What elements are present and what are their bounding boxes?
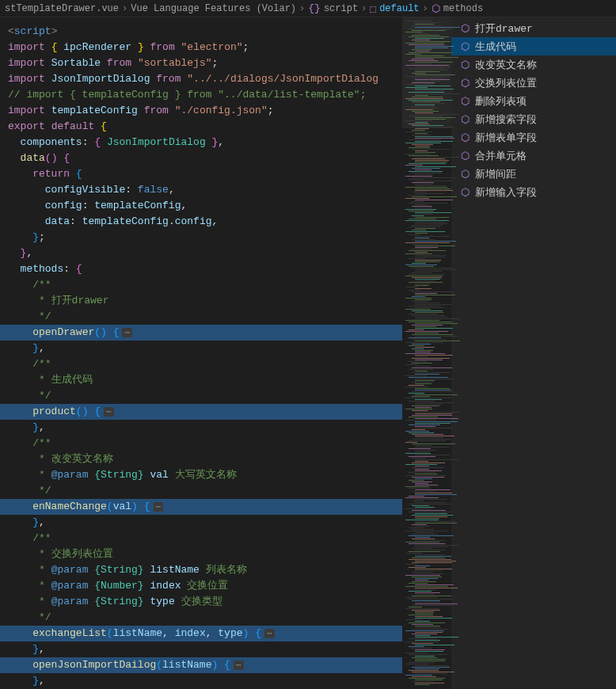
code-line: product() {⋯ [0,404,402,420]
code-line: * @param {String} listName 列表名称 [8,562,397,578]
code-map-item[interactable]: ⬡新增表单字段 [451,128,616,147]
code-line: * @param {String} type 交换类型 [8,594,397,610]
code-line: /** [8,531,397,546]
code-line: data() { [8,150,397,166]
code-line: }, [8,246,397,261]
code-map-item[interactable]: ⬡新增间距 [451,165,616,183]
code-line: }, [8,641,397,657]
code-map-item-label: 改变英文名称 [475,58,537,72]
method-icon: ⬡ [461,150,470,162]
code-map-item[interactable]: ⬡删除列表项 [451,92,616,110]
breadcrumb-item-script[interactable]: script [324,3,358,14]
constant-icon: ⬚ [370,2,376,15]
code-map-item[interactable]: ⬡生成代码 [451,37,616,55]
code-map-item-label: 生成代码 [475,40,516,54]
code-map-item[interactable]: ⬡改变英文名称 [451,55,616,74]
code-map-item-label: 删除列表项 [475,94,527,108]
code-line: // import { templateConfig } from "../da… [8,87,397,103]
code-line: /** [8,356,397,372]
code-line: * @param {Number} index 交换位置 [8,578,397,594]
code-line: methods: { [8,261,397,277]
code-line: * 打开drawer [8,293,397,309]
chevron-right-icon: › [361,3,367,14]
code-line: }, [8,673,397,689]
code-line: */ [8,610,397,626]
code-map-item[interactable]: ⬡打开drawer [451,19,616,37]
code-line: export default { [8,119,397,135]
chevron-right-icon: › [299,3,305,14]
method-icon: ⬡ [461,95,470,108]
code-line: import JsonImportDialog from "../../dial… [8,71,397,87]
code-line: */ [8,309,397,325]
code-line: openJsonImportDailog(listName) {⋯ [0,657,402,673]
code-line: }, [8,341,397,356]
breadcrumb-item-methods[interactable]: methods [443,3,483,14]
code-line: import Sortable from "sortablejs"; [8,55,397,71]
code-map-item[interactable]: ⬡交换列表位置 [451,74,616,92]
code-line: */ [8,483,397,499]
code-map-item[interactable]: ⬡新增输入字段 [451,183,616,201]
code-map-item-label: 打开drawer [475,21,533,36]
fold-indicator[interactable]: ⋯ [122,328,132,337]
code-map-item-label: 新增搜索字段 [475,112,537,127]
code-line: * 生成代码 [8,372,397,388]
method-icon: ⬡ [461,59,470,71]
code-map-item[interactable]: ⬡合并单元格 [451,147,616,165]
breadcrumb-item-file[interactable]: stTemplateDrawer.vue [5,3,119,14]
code-map-item-label: 合并单元格 [475,149,527,163]
code-line: return { [8,166,397,182]
code-map-item-label: 新增表单字段 [475,131,537,145]
code-line: import templateConfig from "./config.jso… [8,103,397,119]
method-icon: ⬡ [461,113,470,126]
method-icon: ⬡ [461,77,470,89]
breadcrumb-item-ext[interactable]: Vue Language Features (Volar) [131,3,296,14]
minimap[interactable] [402,17,451,689]
breadcrumb: stTemplateDrawer.vue › Vue Language Feat… [0,0,616,17]
chevron-right-icon: › [122,3,127,14]
code-line: }, [8,420,397,436]
code-line: openDrawer() {⋯ [0,325,402,341]
fold-indicator[interactable]: ⋯ [104,407,114,417]
braces-icon: {} [308,2,321,14]
method-icon: ⬡ [461,22,470,35]
fold-indicator[interactable]: ⋯ [234,660,244,670]
code-line: enNameChange(val) {⋯ [0,499,402,515]
method-icon: ⬡ [461,40,470,53]
code-line: /** [8,436,397,451]
code-map-item-label: 新增输入字段 [475,185,537,200]
code-line: exchangeList(listName, index, type) {⋯ [0,626,402,641]
chevron-right-icon: › [423,3,428,14]
method-icon: ⬡ [432,2,440,15]
code-line: import { ipcRenderer } from "electron"; [8,40,397,55]
code-map-list: ⬡打开drawer⬡生成代码⬡改变英文名称⬡交换列表位置⬡删除列表项⬡新增搜索字… [451,17,616,201]
method-icon: ⬡ [461,131,470,144]
fold-indicator[interactable]: ⋯ [264,629,275,638]
code-map-item-label: 新增间距 [475,167,516,181]
code-line: <script> [8,24,397,40]
code-line: */ [8,388,397,404]
code-line: }, [8,515,397,531]
code-line: components: { JsonImportDialog }, [8,135,397,150]
code-map-item-label: 交换列表位置 [475,76,537,90]
code-line: * @param {String} val 大写英文名称 [8,467,397,483]
method-icon: ⬡ [461,168,470,181]
code-line: configVisible: false, [8,182,397,198]
code-editor[interactable]: <script>import { ipcRenderer } from "ele… [0,17,402,689]
code-line: config: templateConfig, [8,198,397,214]
fold-indicator[interactable]: ⋯ [154,502,164,512]
code-line: data: templateConfig.config, [8,214,397,230]
code-line: }; [8,230,397,246]
code-line: /** [8,277,397,293]
method-icon: ⬡ [461,186,470,199]
code-line: * 交换列表位置 [8,546,397,562]
code-line: * 改变英文名称 [8,451,397,467]
breadcrumb-item-default[interactable]: default [379,3,419,14]
code-map-item[interactable]: ⬡新增搜索字段 [451,110,616,128]
